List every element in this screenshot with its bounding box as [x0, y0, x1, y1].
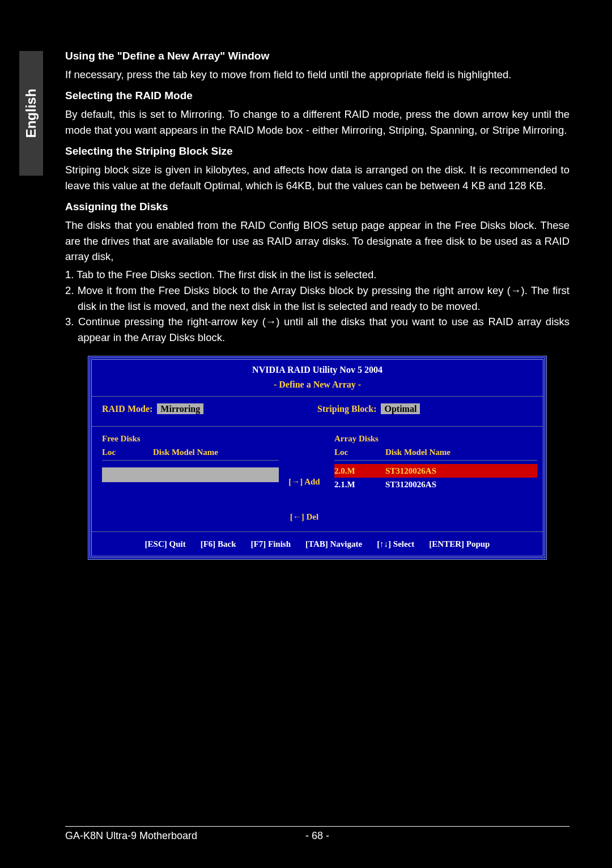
language-tab: English	[19, 51, 43, 176]
striping-block-label: Striping Block:	[317, 404, 376, 414]
para-define-array: If necessary, press the tab key to move …	[65, 67, 570, 83]
raid-mode-label: RAID Mode:	[102, 404, 152, 414]
array-disk-row[interactable]: 2.0.M ST3120026AS	[334, 464, 537, 478]
para-raid-mode: By default, this is set to Mirroring. To…	[65, 107, 570, 138]
heading-assign-disks: Assigning the Disks	[65, 199, 570, 215]
key-arrows: [↑↓] Select	[377, 538, 414, 551]
key-enter: [ENTER] Popup	[429, 538, 490, 551]
disk-model: ST3120026AS	[385, 478, 436, 491]
free-disks-list[interactable]	[102, 467, 279, 482]
col-loc: Loc	[102, 446, 136, 459]
disk-loc: 2.1.M	[334, 478, 368, 491]
raid-key-hints: [ESC] Quit [F6] Back [F7] Finish [TAB] N…	[92, 532, 543, 556]
raid-title: NVIDIA RAID Utility Nov 5 2004	[92, 360, 543, 378]
para-block-size: Striping block size is given in kilobyte…	[65, 162, 570, 194]
key-tab: [TAB] Navigate	[305, 538, 362, 551]
array-disk-row[interactable]: 2.1.M ST3120026AS	[334, 478, 537, 492]
para-assign-disks: The disks that you enabled from the RAID…	[65, 218, 570, 265]
heading-define-array: Using the "Define a New Array" Window	[65, 48, 570, 65]
key-esc: [ESC] Quit	[145, 538, 186, 551]
list-item: 1. Tab to the Free Disks section. The fi…	[65, 267, 570, 283]
list-item: 2. Move it from the Free Disks block to …	[65, 283, 570, 314]
disk-loc: 2.0.M	[334, 465, 368, 478]
free-disks-title: Free Disks	[102, 432, 279, 445]
raid-utility-window: NVIDIA RAID Utility Nov 5 2004 - Define …	[88, 356, 547, 560]
heading-raid-mode: Selecting the RAID Mode	[65, 88, 570, 104]
page-footer: GA-K8N Ultra-9 Motherboard - 68 -	[65, 826, 570, 842]
col-model: Disk Model Name	[385, 446, 450, 459]
footer-product: GA-K8N Ultra-9 Motherboard	[65, 830, 289, 842]
raid-subtitle: - Define a New Array -	[92, 378, 543, 397]
del-button[interactable]: [←] Del	[290, 510, 318, 524]
list-item: 3. Continue pressing the right-arrow key…	[65, 314, 570, 346]
add-button[interactable]: [→] Add	[288, 475, 320, 488]
raid-mode-value[interactable]: Mirroring	[157, 403, 203, 414]
disk-model: ST3120026AS	[385, 465, 436, 478]
array-disks-title: Array Disks	[334, 432, 537, 445]
col-loc: Loc	[334, 446, 368, 459]
numbered-list: 1. Tab to the Free Disks section. The fi…	[65, 267, 570, 346]
key-f7: [F7] Finish	[251, 538, 291, 551]
page-content: Using the "Define a New Array" Window If…	[65, 48, 570, 560]
language-label: English	[23, 89, 39, 138]
col-model: Disk Model Name	[153, 446, 218, 459]
heading-block-size: Selecting the Striping Block Size	[65, 143, 570, 160]
striping-block-value[interactable]: Optimal	[381, 403, 420, 414]
footer-page-number: - 68 -	[289, 830, 346, 842]
key-f6: [F6] Back	[201, 538, 236, 551]
